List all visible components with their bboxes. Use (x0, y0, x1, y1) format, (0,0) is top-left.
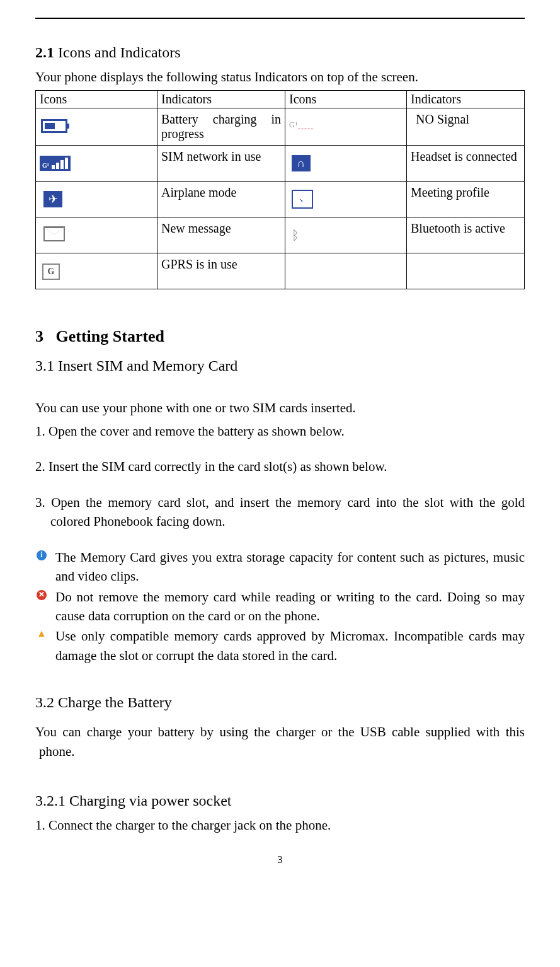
body-text: You can use your phone with one or two S… (35, 398, 525, 417)
error-icon: ✕ (37, 590, 47, 600)
table-row: ✈ Airplane mode ﹆ Meeting profile (36, 182, 525, 217)
info-icon: i (37, 550, 47, 560)
indicator-text: Meeting profile (407, 182, 525, 217)
table-row: G¹ SIM network in use ∩ Headset is conne… (36, 146, 525, 182)
indicator-text: Airplane mode (157, 182, 285, 217)
gprs-icon: G (42, 263, 60, 280)
header-icons-2: Icons (285, 91, 407, 108)
header-indicators-1: Indicators (157, 91, 285, 108)
document-page: 2.1 Icons and Indicators Your phone disp… (0, 0, 560, 878)
icon-cell: ----- (285, 108, 407, 146)
step-text: 1. Connect the charger to the charger ja… (35, 816, 525, 835)
indicator-text: New message (157, 217, 285, 253)
section-2-1-intro: Your phone displays the following status… (35, 67, 525, 86)
section-2-1-heading: 2.1 Icons and Indicators (35, 44, 525, 61)
airplane-mode-icon: ✈ (43, 191, 62, 207)
body-text: You can charge your battery by using the… (35, 722, 525, 761)
icon-cell (285, 253, 407, 289)
section-title: Getting Started (56, 327, 165, 345)
section-3-heading: 3 Getting Started (35, 327, 525, 346)
indicators-table: Icons Indicators Icons Indicators Batter… (35, 90, 525, 289)
header-icons-1: Icons (36, 91, 157, 108)
section-number: 3 (35, 327, 43, 345)
no-signal-icon: ----- (289, 124, 314, 134)
section-title: Icons and Indicators (58, 44, 181, 61)
note-line: ▲ Use only compatible memory cards appro… (35, 627, 525, 665)
note-line: ✕ Do not remove the memory card while re… (35, 588, 525, 626)
step-text: 1. Open the cover and remove the battery… (35, 422, 525, 441)
meeting-profile-icon: ﹆ (292, 190, 313, 209)
table-row: Battery charging in progress ----- NO Si… (36, 108, 525, 146)
step-text: 3. Open the memory card slot, and insert… (35, 493, 525, 531)
icon-cell: ∩ (285, 146, 407, 182)
note-text: The Memory Card gives you extra storage … (55, 550, 525, 584)
step-text: 2. Insert the SIM card correctly in the … (35, 457, 525, 476)
bluetooth-icon: ᛒ (292, 228, 299, 243)
note-text: Do not remove the memory card while read… (55, 589, 525, 623)
table-row: New message ᛒ Bluetooth is active (36, 217, 525, 253)
icon-cell: ᛒ (285, 217, 407, 253)
table-row: G GPRS is in use (36, 253, 525, 289)
section-3-2-heading: 3.2 Charge the Battery (35, 694, 525, 711)
note-line: i The Memory Card gives you extra storag… (35, 548, 525, 586)
indicator-text: SIM network in use (157, 146, 285, 182)
icon-cell (36, 108, 157, 146)
battery-charging-icon (41, 119, 67, 133)
indicator-text: NO Signal (407, 108, 525, 146)
header-indicators-2: Indicators (407, 91, 525, 108)
section-3-1-heading: 3.1 Insert SIM and Memory Card (35, 357, 525, 374)
indicator-text: Battery charging in progress (157, 108, 285, 146)
headset-icon: ∩ (292, 155, 311, 171)
icon-cell: G¹ (36, 146, 157, 182)
icon-cell (36, 217, 157, 253)
section-number: 2.1 (35, 44, 54, 61)
new-message-icon (43, 226, 65, 241)
warning-icon: ▲ (37, 628, 47, 638)
section-3-2-1-heading: 3.2.1 Charging via power socket (35, 792, 525, 809)
indicator-text (407, 253, 525, 289)
indicator-text: Headset is connected (407, 146, 525, 182)
indicator-text: GPRS is in use (157, 253, 285, 289)
icon-cell: ﹆ (285, 182, 407, 217)
note-text: Use only compatible memory cards approve… (55, 628, 525, 663)
header-rule (35, 18, 525, 19)
page-number: 3 (35, 854, 525, 866)
sim-network-icon: G¹ (40, 156, 71, 171)
table-header-row: Icons Indicators Icons Indicators (36, 91, 525, 108)
indicator-text: Bluetooth is active (407, 217, 525, 253)
icon-cell: ✈ (36, 182, 157, 217)
icon-cell: G (36, 253, 157, 289)
